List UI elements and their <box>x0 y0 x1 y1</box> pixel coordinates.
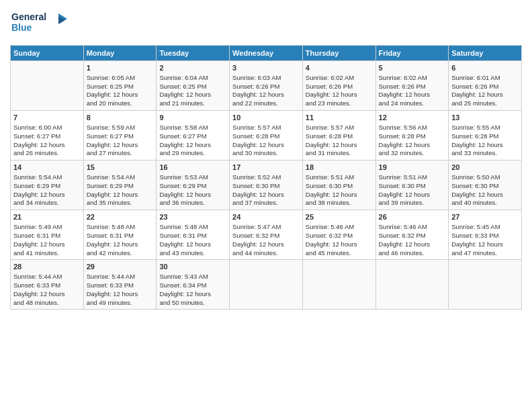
cell-line: Sunrise: 6:02 AM <box>306 74 373 83</box>
day-number: 29 <box>87 262 154 272</box>
calendar-cell: 24Sunrise: 5:47 AMSunset: 6:32 PMDayligh… <box>230 210 303 260</box>
column-header-tuesday: Tuesday <box>157 46 230 61</box>
cell-line: Sunset: 6:28 PM <box>451 132 519 141</box>
calendar-cell: 18Sunrise: 5:51 AMSunset: 6:30 PMDayligh… <box>302 161 375 210</box>
cell-line: and 42 minutes. <box>87 249 154 258</box>
cell-line: Daylight: 12 hours <box>159 91 226 99</box>
cell-line: and 29 minutes. <box>159 149 226 158</box>
calendar-cell: 28Sunrise: 5:44 AMSunset: 6:33 PMDayligh… <box>11 260 84 310</box>
calendar-cell <box>230 260 303 310</box>
cell-line: Sunset: 6:25 PM <box>159 83 226 91</box>
cell-line: Sunset: 6:29 PM <box>13 182 81 191</box>
cell-line: Sunrise: 6:05 AM <box>87 74 154 83</box>
cell-line: and 46 minutes. <box>379 249 446 258</box>
cell-line: Daylight: 12 hours <box>159 191 226 199</box>
day-number: 25 <box>306 212 373 222</box>
cell-line: Daylight: 12 hours <box>13 191 81 199</box>
cell-line: Daylight: 12 hours <box>159 141 226 150</box>
cell-line: Sunset: 6:31 PM <box>87 232 154 240</box>
cell-line: and 31 minutes. <box>306 149 373 158</box>
cell-line: Sunset: 6:26 PM <box>232 83 300 91</box>
cell-line: and 24 minutes. <box>379 99 446 108</box>
calendar-cell: 21Sunrise: 5:49 AMSunset: 6:31 PMDayligh… <box>11 210 84 260</box>
cell-line: Sunset: 6:27 PM <box>87 132 154 141</box>
calendar-cell <box>302 260 375 310</box>
cell-line: and 45 minutes. <box>306 249 373 258</box>
svg-text:Blue: Blue <box>11 22 32 33</box>
day-number: 2 <box>159 63 226 73</box>
calendar-cell: 22Sunrise: 5:48 AMSunset: 6:31 PMDayligh… <box>83 210 157 260</box>
calendar-cell: 11Sunrise: 5:57 AMSunset: 6:28 PMDayligh… <box>302 111 375 161</box>
cell-line: Sunrise: 5:49 AM <box>13 223 81 232</box>
svg-text:General: General <box>11 11 46 22</box>
logo: General Blue <box>10 7 71 40</box>
calendar-cell: 23Sunrise: 5:48 AMSunset: 6:31 PMDayligh… <box>157 210 230 260</box>
calendar-cell: 14Sunrise: 5:54 AMSunset: 6:29 PMDayligh… <box>11 161 84 210</box>
cell-line: Sunset: 6:31 PM <box>13 232 81 240</box>
cell-line: Sunrise: 5:50 AM <box>451 173 519 182</box>
cell-line: Sunrise: 6:04 AM <box>159 74 226 83</box>
calendar-cell: 5Sunrise: 6:02 AMSunset: 6:26 PMDaylight… <box>375 61 449 111</box>
calendar-table: SundayMondayTuesdayWednesdayThursdayFrid… <box>10 45 522 310</box>
cell-line: Sunset: 6:33 PM <box>13 281 81 290</box>
day-number: 23 <box>159 212 226 222</box>
day-number: 3 <box>232 63 300 73</box>
cell-line: Sunrise: 5:44 AM <box>87 273 154 281</box>
cell-line: Sunrise: 6:02 AM <box>379 74 446 83</box>
day-number: 6 <box>451 63 519 73</box>
day-number: 19 <box>379 163 446 173</box>
cell-line: Sunset: 6:33 PM <box>87 281 154 290</box>
cell-line: and 21 minutes. <box>159 99 226 108</box>
day-number: 10 <box>232 113 300 123</box>
calendar-cell: 8Sunrise: 5:59 AMSunset: 6:27 PMDaylight… <box>83 111 157 161</box>
cell-line: Sunset: 6:27 PM <box>13 132 81 141</box>
calendar-cell: 13Sunrise: 5:55 AMSunset: 6:28 PMDayligh… <box>449 111 522 161</box>
cell-line: Sunset: 6:29 PM <box>159 182 226 191</box>
calendar-cell: 30Sunrise: 5:43 AMSunset: 6:34 PMDayligh… <box>157 260 230 310</box>
calendar-header-row: SundayMondayTuesdayWednesdayThursdayFrid… <box>11 46 522 61</box>
cell-line: Sunrise: 5:45 AM <box>451 223 519 232</box>
cell-line: Sunset: 6:32 PM <box>232 232 300 240</box>
cell-line: and 20 minutes. <box>87 99 154 108</box>
cell-line: Sunrise: 5:54 AM <box>87 173 154 182</box>
day-number: 21 <box>13 212 81 222</box>
calendar-cell: 1Sunrise: 6:05 AMSunset: 6:25 PMDaylight… <box>83 61 157 111</box>
cell-line: Sunrise: 5:51 AM <box>379 173 446 182</box>
cell-line: Daylight: 12 hours <box>87 141 154 150</box>
cell-line: Daylight: 12 hours <box>379 191 446 199</box>
day-number: 30 <box>159 262 226 272</box>
calendar-cell: 17Sunrise: 5:52 AMSunset: 6:30 PMDayligh… <box>230 161 303 210</box>
cell-line: Daylight: 12 hours <box>451 91 519 99</box>
calendar-cell: 6Sunrise: 6:01 AMSunset: 6:26 PMDaylight… <box>449 61 522 111</box>
cell-line: Daylight: 12 hours <box>87 91 154 99</box>
cell-line: Sunset: 6:30 PM <box>379 182 446 191</box>
cell-line: and 32 minutes. <box>379 149 446 158</box>
day-number: 27 <box>451 212 519 222</box>
cell-line: Sunset: 6:32 PM <box>306 232 373 240</box>
column-header-monday: Monday <box>83 46 157 61</box>
cell-line: Sunrise: 5:58 AM <box>159 124 226 132</box>
calendar-cell: 3Sunrise: 6:03 AMSunset: 6:26 PMDaylight… <box>230 61 303 111</box>
cell-line: and 50 minutes. <box>159 299 226 308</box>
cell-line: Daylight: 12 hours <box>232 240 300 249</box>
cell-line: Sunset: 6:29 PM <box>87 182 154 191</box>
cell-line: Sunrise: 5:46 AM <box>306 223 373 232</box>
cell-line: Daylight: 12 hours <box>379 240 446 249</box>
day-number: 4 <box>306 63 373 73</box>
day-number: 26 <box>379 212 446 222</box>
cell-line: Sunrise: 5:46 AM <box>379 223 446 232</box>
cell-line: Sunrise: 5:43 AM <box>159 273 226 281</box>
cell-line: Daylight: 12 hours <box>13 240 81 249</box>
cell-line: Sunrise: 5:47 AM <box>232 223 300 232</box>
calendar-cell: 16Sunrise: 5:53 AMSunset: 6:29 PMDayligh… <box>157 161 230 210</box>
cell-line: and 36 minutes. <box>159 199 226 208</box>
day-number: 7 <box>13 113 81 123</box>
day-number: 15 <box>87 163 154 173</box>
day-number: 20 <box>451 163 519 173</box>
cell-line: Sunrise: 5:54 AM <box>13 173 81 182</box>
calendar-cell: 12Sunrise: 5:56 AMSunset: 6:28 PMDayligh… <box>375 111 449 161</box>
cell-line: Daylight: 12 hours <box>159 290 226 299</box>
column-header-thursday: Thursday <box>302 46 375 61</box>
column-header-wednesday: Wednesday <box>230 46 303 61</box>
cell-line: Sunrise: 5:56 AM <box>379 124 446 132</box>
